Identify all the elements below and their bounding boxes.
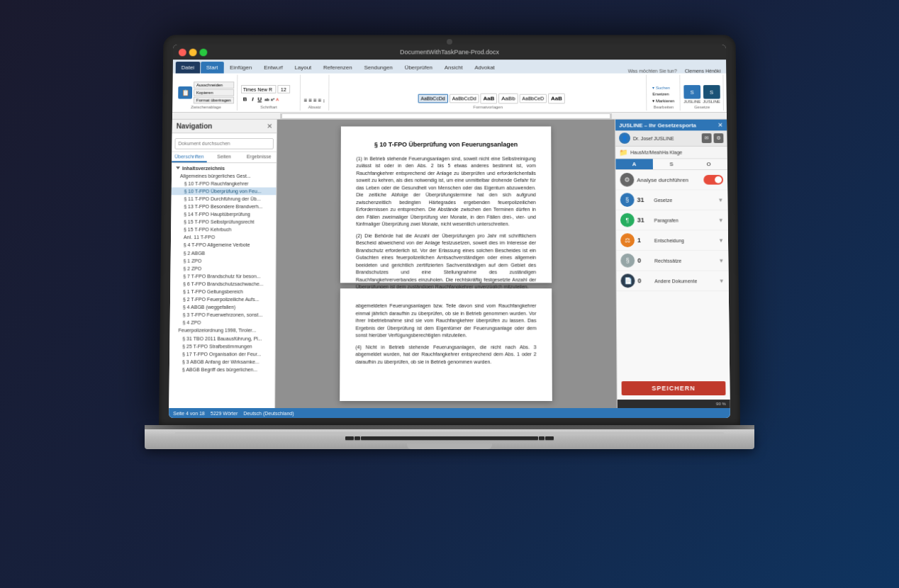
tab-referenzen[interactable]: Referenzen	[318, 62, 358, 73]
absatz-label: Absatz	[308, 105, 321, 109]
justify-btn[interactable]: ≡	[318, 98, 322, 104]
markieren-btn[interactable]: ▾ Markieren	[650, 98, 676, 104]
bearbeiten-label: Bearbeiten	[654, 105, 674, 109]
result-gesetze[interactable]: § 31 Gesetze ▼	[616, 190, 728, 210]
list-item[interactable]: § 2 ZPO	[170, 264, 275, 272]
nav-search-input[interactable]	[174, 138, 274, 149]
style-title[interactable]: AaB	[548, 94, 565, 104]
word-count: 5229 Wörter	[211, 411, 238, 416]
bold-btn[interactable]: B	[241, 95, 250, 104]
nav-close-btn[interactable]: ✕	[267, 123, 272, 130]
paragrafen-chevron: ▼	[718, 217, 724, 223]
tab-entwurf[interactable]: Entwurf	[258, 62, 289, 73]
strikethrough-btn[interactable]: ab	[264, 97, 269, 101]
zwischenablage-label: Zwischenablage	[191, 105, 221, 109]
jusline-tab-o[interactable]: O	[690, 159, 727, 169]
style-aabbccdd[interactable]: AaBbCcDd	[418, 94, 448, 103]
style-aabb[interactable]: AaBb	[498, 94, 518, 104]
list-item[interactable]: Allgemeines bürgerliches Gest...	[172, 172, 277, 180]
result-andere-dokumente[interactable]: 📄 0 Andere Dokumente ▼	[617, 271, 729, 292]
suchen-btn[interactable]: ▾ Suchen	[650, 84, 676, 91]
jusline-header: JUSLINE – Ihr Gesetzesporta ✕	[615, 120, 727, 131]
list-item[interactable]: § 15 T-FPO Selbstprüfungsrecht	[171, 218, 276, 226]
list-item[interactable]: § ABGB Begriff des bürgerlichen...	[169, 366, 275, 373]
align-center-btn[interactable]: ≡	[308, 98, 312, 104]
list-item[interactable]: § 10 T-FPO Überprüfung von Feu...	[172, 187, 277, 195]
style-aabbccdd2[interactable]: AaBbCcDd	[450, 94, 479, 103]
tab-sendungen[interactable]: Sendungen	[359, 62, 398, 73]
list-item[interactable]: § 31 TBO 2011 Bauausführung, Pl...	[169, 334, 275, 342]
list-item[interactable]: § 4 ABGB (weggefallen)	[170, 303, 275, 311]
list-item[interactable]: Feuerpolizeiordnung 1998, Tiroler...	[169, 327, 275, 334]
tab-start[interactable]: Start	[201, 62, 224, 73]
jusline-tab-a[interactable]: A	[615, 159, 653, 169]
maximize-button[interactable]	[199, 48, 207, 56]
formatvorlagen-group: AaBbCcDd AaBbCcDd AaB AaBb AaBbCeD AaB F…	[330, 75, 647, 111]
gesetze-icon2: S	[703, 85, 720, 98]
jusline-tab-s[interactable]: S	[653, 159, 691, 169]
list-item[interactable]: § 2 ABGB	[171, 249, 276, 256]
einfuegen-icon: 📋	[178, 86, 192, 99]
tab-ueberpruefen[interactable]: Überprüfen	[399, 62, 438, 73]
format-uebertragen-btn[interactable]: Format übertragen	[194, 97, 234, 104]
jusline-bottom-bar: 90 %	[618, 400, 730, 408]
underline-btn[interactable]: U	[256, 96, 263, 103]
rechtssaetze-result-icon: §	[620, 254, 635, 268]
font-name-input[interactable]	[241, 85, 276, 94]
result-rechtssaetze[interactable]: § 0 Rechtssätze ▼	[616, 251, 728, 271]
close-button[interactable]	[179, 48, 186, 56]
list-item[interactable]: § 11 T-FPO Durchführung der Üb...	[172, 195, 277, 203]
list-item[interactable]: § 3 T-FPO Feuerwehrzonen, sonst...	[170, 311, 275, 319]
style-aabbced[interactable]: AaBbCeD	[520, 94, 547, 103]
list-item[interactable]: § 17 T-FPO Organisation der Feur...	[169, 350, 275, 358]
page-content-area: § 10 T-FPO Überprüfung von Feuerungsanla…	[275, 120, 617, 408]
nav-tab-ergebnisse[interactable]: Ergebnisse	[242, 152, 277, 162]
tab-advokat[interactable]: Advokat	[469, 62, 500, 73]
list-item[interactable]: § 10 T-FPO Rauchfangkehrer	[172, 179, 277, 187]
minimize-button[interactable]	[189, 48, 197, 56]
tab-ansicht[interactable]: Ansicht	[439, 62, 469, 73]
settings-icon[interactable]: ⚙	[713, 133, 723, 143]
align-right-btn[interactable]: ≡	[313, 98, 317, 104]
jusline-close-btn[interactable]: ✕	[717, 122, 723, 129]
list-item[interactable]: § 4 ZPO	[170, 319, 275, 327]
result-paragrafen[interactable]: ¶ 31 Paragrafen ▼	[616, 210, 728, 230]
list-item[interactable]: § 2 T-FPO Feuerpolizeiliche Aufs...	[170, 295, 275, 303]
font-color-btn[interactable]: A	[276, 97, 279, 101]
title-bar: DocumentWithTaskPane-Prod.docx	[173, 45, 726, 60]
tab-einfuegen[interactable]: Einfügen	[224, 62, 257, 73]
result-entscheidung[interactable]: ⚖ 1 Entscheidung ▼	[616, 230, 728, 251]
tab-datei[interactable]: Datei	[176, 62, 200, 73]
tab-layout[interactable]: Layout	[289, 62, 318, 73]
nav-tab-seiten[interactable]: Seiten	[206, 152, 241, 162]
superscript-btn[interactable]: x²	[271, 97, 274, 101]
ausschneiden-btn[interactable]: Ausschneiden	[194, 81, 234, 89]
list-item[interactable]: § 1 ZPO	[171, 256, 276, 264]
line-spacing-btn[interactable]: ↕	[323, 98, 325, 103]
list-item[interactable]: § 6 T-FPO Brandschutzsachwache...	[170, 280, 275, 288]
paragrafen-count: 31	[637, 217, 652, 224]
list-item[interactable]: § 4 T-FPO Allgemeine Verbote	[171, 242, 276, 249]
list-item[interactable]: § 25 T-FPO Strafbestimmungen	[169, 342, 275, 350]
nav-tree: Inhaltsverzeichnis Allgemeines bürgerlic…	[169, 163, 276, 408]
kopieren-btn[interactable]: Kopieren	[194, 89, 234, 96]
analyse-toggle[interactable]	[703, 175, 723, 185]
list-item[interactable]: § 1 T-FPO Geltungsbereich	[170, 288, 275, 295]
laptop-container: DocumentWithTaskPane-Prod.docx Datei Sta…	[130, 28, 769, 560]
font-size-input[interactable]	[277, 85, 290, 94]
align-left-btn[interactable]: ≡	[304, 98, 308, 104]
ersetzen-btn[interactable]: Ersetzen	[650, 91, 676, 97]
list-item[interactable]: AnI. 11 T-FPO	[171, 234, 276, 242]
folder-icon: 📁	[619, 149, 627, 157]
list-item[interactable]: § 15 T-FPO Kehrbuch	[171, 226, 276, 234]
list-item[interactable]: § 3 ABGB Anfang der Wirksamke...	[169, 358, 275, 366]
list-item[interactable]: § 14 T-FPO Hauptüberprüfung	[171, 210, 276, 218]
speichern-button[interactable]: SPEICHERN	[622, 381, 726, 395]
nav-tab-ueberschriften[interactable]: Überschriften	[172, 152, 206, 162]
italic-btn[interactable]: I	[250, 96, 255, 103]
style-aab[interactable]: AaB	[481, 94, 498, 104]
laptop-base	[145, 429, 754, 449]
mail-icon[interactable]: ✉	[702, 133, 712, 143]
list-item[interactable]: § 13 T-FPO Besondere Brandverh...	[171, 203, 276, 210]
list-item[interactable]: § 7 T-FPO Brandschutz für beson...	[170, 272, 275, 280]
